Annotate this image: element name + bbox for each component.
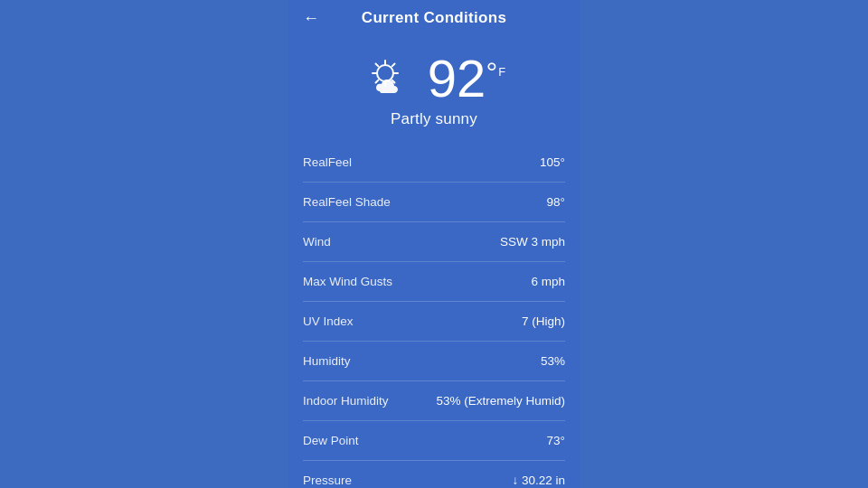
condition-row: Indoor Humidity53% (Extremely Humid) xyxy=(303,381,565,421)
condition-value: 7 (High) xyxy=(522,314,565,328)
svg-line-8 xyxy=(375,80,378,83)
condition-row: RealFeel105° xyxy=(303,143,565,183)
condition-label: RealFeel Shade xyxy=(303,195,391,209)
condition-label: Pressure xyxy=(303,474,352,487)
condition-row: RealFeel Shade98° xyxy=(303,183,565,222)
condition-value: 98° xyxy=(547,195,565,209)
condition-label: Humidity xyxy=(303,354,351,368)
condition-row: Max Wind Gusts6 mph xyxy=(303,262,565,302)
weather-icon xyxy=(363,56,417,101)
condition-row: Pressure↓ 30.22 in xyxy=(303,461,565,488)
phone-panel: ← Current Conditions xyxy=(288,0,580,488)
temperature-display: 92 ° F xyxy=(428,52,505,105)
condition-value: 53% xyxy=(541,354,565,368)
svg-line-7 xyxy=(392,64,394,67)
condition-label: Max Wind Gusts xyxy=(303,275,392,288)
condition-row: Dew Point73° xyxy=(303,421,565,461)
header: ← Current Conditions xyxy=(288,0,580,36)
condition-label: UV Index xyxy=(303,314,354,328)
temperature-unit: F xyxy=(498,65,505,79)
conditions-list: RealFeel105°RealFeel Shade98°WindSSW 3 m… xyxy=(288,143,580,488)
condition-value: 73° xyxy=(547,434,565,447)
condition-label: RealFeel xyxy=(303,155,352,169)
condition-value: 53% (Extremely Humid) xyxy=(436,394,565,408)
condition-row: Humidity53% xyxy=(303,342,565,381)
condition-value: ↓ 30.22 in xyxy=(512,474,565,487)
condition-value: 105° xyxy=(540,155,565,169)
degree-symbol: ° xyxy=(486,56,497,89)
page-title: Current Conditions xyxy=(362,9,506,27)
condition-label: Indoor Humidity xyxy=(303,394,389,408)
condition-value: 6 mph xyxy=(531,275,565,288)
svg-line-5 xyxy=(375,64,378,67)
condition-row: WindSSW 3 mph xyxy=(303,222,565,262)
temp-row: 92 ° F xyxy=(363,52,505,105)
temperature-value: 92 xyxy=(428,52,486,105)
condition-label: Dew Point xyxy=(303,434,359,447)
back-button[interactable]: ← xyxy=(303,9,319,28)
condition-label: Wind xyxy=(303,235,331,249)
weather-hero: 92 ° F Partly sunny xyxy=(288,36,580,137)
condition-value: SSW 3 mph xyxy=(500,235,565,249)
weather-condition: Partly sunny xyxy=(391,110,477,128)
condition-row: UV Index7 (High) xyxy=(303,302,565,342)
svg-point-0 xyxy=(377,65,393,81)
